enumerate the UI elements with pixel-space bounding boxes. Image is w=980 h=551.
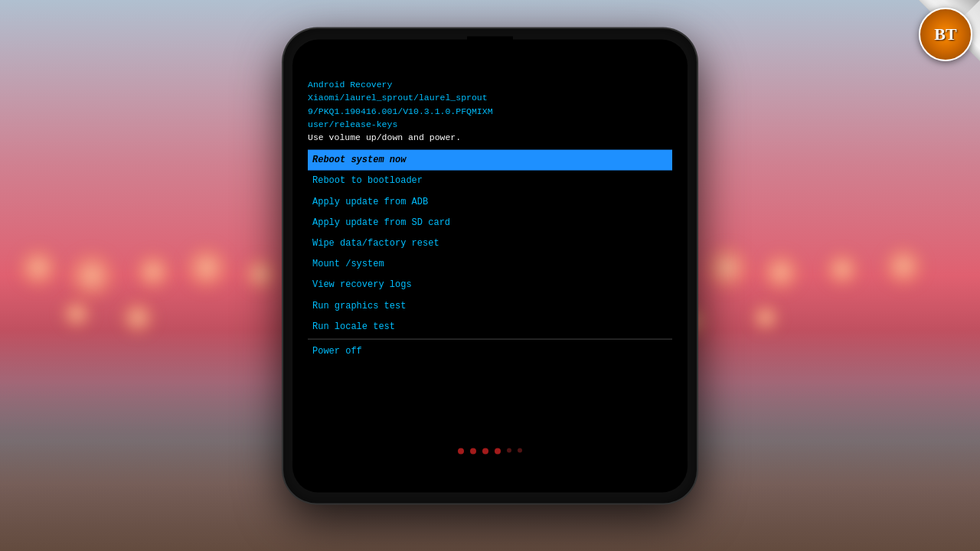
dot-4 (495, 448, 501, 455)
recovery-build-type: user/release-keys (308, 117, 672, 130)
phone-notch (467, 37, 513, 52)
watermark-text: BT (934, 24, 956, 44)
menu-item-2[interactable]: Apply update from ADB (308, 191, 672, 212)
recovery-header: Android Recovery Xiaomi/laurel_sprout/la… (308, 78, 672, 144)
dot-2 (470, 448, 476, 455)
phone-device: Android Recovery Xiaomi/laurel_sprout/la… (283, 29, 697, 504)
menu-item-label-9: Power off (312, 346, 362, 357)
dot-3 (482, 448, 488, 455)
recovery-version: 9/PKQ1.190416.001/V10.3.1.0.PFQMIXM (308, 104, 672, 117)
dot-1 (458, 448, 464, 455)
recovery-device: Xiaomi/laurel_sprout/laurel_sprout (308, 91, 672, 104)
recovery-title: Android Recovery (308, 78, 672, 91)
menu-item-label-2: Apply update from ADB (312, 196, 428, 207)
menu-divider (308, 339, 672, 340)
menu-item-label-6: View recovery logs (312, 279, 412, 290)
recovery-menu: Reboot system nowReboot to bootloaderApp… (308, 150, 672, 362)
menu-item-6[interactable]: View recovery logs (308, 275, 672, 295)
recovery-instructions: Use volume up/down and power. (308, 131, 672, 144)
menu-item-5[interactable]: Mount /system (308, 254, 672, 275)
menu-item-label-3: Apply update from SD card (312, 217, 450, 227)
bottom-indicator (458, 448, 522, 455)
menu-item-8[interactable]: Run locale test (308, 316, 672, 337)
menu-item-0[interactable]: Reboot system now (308, 150, 672, 171)
menu-item-9[interactable]: Power off (308, 341, 672, 362)
dot-6 (518, 448, 522, 453)
menu-item-label-4: Wipe data/factory reset (312, 238, 439, 249)
menu-item-3[interactable]: Apply update from SD card (308, 212, 672, 233)
menu-item-label-1: Reboot to bootloader (312, 175, 423, 186)
dot-5 (507, 448, 511, 453)
watermark-logo: BT (919, 8, 972, 61)
menu-item-label-0: Reboot system now (312, 155, 406, 165)
menu-item-4[interactable]: Wipe data/factory reset (308, 233, 672, 254)
menu-item-label-5: Mount /system (312, 259, 384, 269)
phone-screen: Android Recovery Xiaomi/laurel_sprout/la… (292, 40, 688, 493)
menu-item-label-8: Run locale test (312, 321, 395, 331)
menu-item-label-7: Run graphics test (312, 300, 406, 311)
recovery-ui: Android Recovery Xiaomi/laurel_sprout/la… (308, 78, 672, 462)
menu-item-7[interactable]: Run graphics test (308, 295, 672, 316)
menu-item-1[interactable]: Reboot to bootloader (308, 171, 672, 191)
